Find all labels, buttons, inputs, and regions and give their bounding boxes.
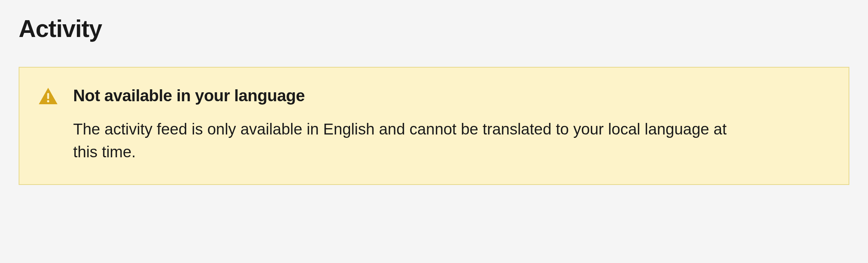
notice-content: Not available in your language The activ… xyxy=(73,86,830,164)
warning-triangle-icon xyxy=(38,87,58,105)
page-title: Activity xyxy=(19,15,849,43)
svg-point-1 xyxy=(47,100,49,102)
svg-rect-0 xyxy=(47,93,49,99)
notice-title: Not available in your language xyxy=(73,86,830,105)
notice-message: The activity feed is only available in E… xyxy=(73,118,752,164)
language-notice: Not available in your language The activ… xyxy=(19,67,849,185)
